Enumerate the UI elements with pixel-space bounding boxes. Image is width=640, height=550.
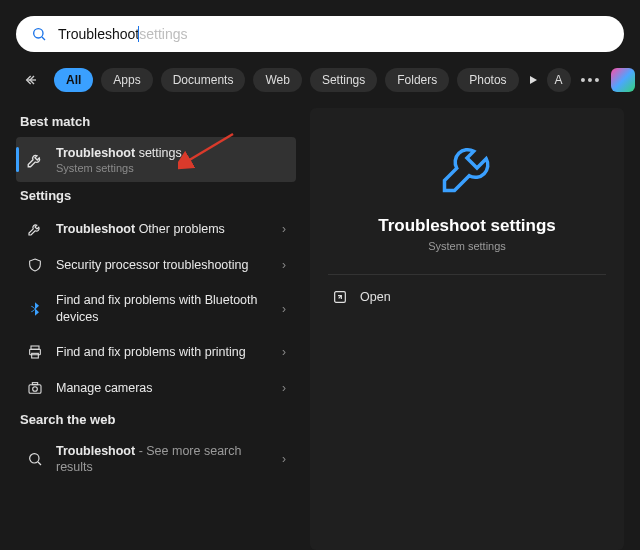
open-action[interactable]: Open xyxy=(328,275,606,319)
search-suggestion-tail: settings xyxy=(139,26,187,42)
chevron-right-icon: › xyxy=(282,302,286,316)
filter-row: All Apps Documents Web Settings Folders … xyxy=(16,66,624,108)
result-title: Manage cameras xyxy=(56,380,270,396)
printer-icon xyxy=(26,343,44,361)
settings-result[interactable]: Troubleshoot Other problems › xyxy=(16,211,296,247)
wrench-icon xyxy=(26,220,44,238)
open-label: Open xyxy=(360,290,391,304)
section-title-web: Search the web xyxy=(20,412,296,427)
shield-icon xyxy=(26,256,44,274)
section-title-best-match: Best match xyxy=(20,114,296,129)
copilot-icon[interactable] xyxy=(611,68,635,92)
bluetooth-icon xyxy=(26,300,44,318)
chevron-right-icon: › xyxy=(282,452,286,466)
result-title: Find and fix problems with Bluetooth dev… xyxy=(56,292,270,325)
filter-pill-apps[interactable]: Apps xyxy=(101,68,152,92)
wrench-icon xyxy=(26,151,44,169)
svg-point-9 xyxy=(33,386,38,391)
svg-rect-10 xyxy=(32,382,37,384)
chevron-right-icon: › xyxy=(282,258,286,272)
chevron-right-icon: › xyxy=(282,222,286,236)
svg-point-0 xyxy=(34,29,43,38)
panel-subtitle: System settings xyxy=(428,240,506,252)
search-icon xyxy=(26,450,44,468)
section-title-settings: Settings xyxy=(20,188,296,203)
back-button[interactable] xyxy=(18,66,46,94)
panel-title: Troubleshoot settings xyxy=(378,216,556,236)
wrench-icon xyxy=(437,138,497,198)
settings-result[interactable]: Security processor troubleshooting › xyxy=(16,247,296,283)
svg-line-1 xyxy=(42,37,45,40)
user-avatar[interactable]: A xyxy=(547,68,571,92)
svg-rect-8 xyxy=(29,384,41,393)
filter-pill-web[interactable]: Web xyxy=(253,68,301,92)
result-title: Troubleshoot - See more search results xyxy=(56,443,270,476)
filter-pill-all[interactable]: All xyxy=(54,68,93,92)
settings-result[interactable]: Find and fix problems with Bluetooth dev… xyxy=(16,283,296,334)
best-match-title: Troubleshoot settings xyxy=(56,145,286,161)
chevron-right-icon: › xyxy=(282,345,286,359)
search-input[interactable]: Troubleshoot settings xyxy=(58,24,610,44)
results-column: Best match Troubleshoot settings System … xyxy=(16,108,296,550)
settings-result[interactable]: Find and fix problems with printing › xyxy=(16,334,296,370)
search-typed-text: Troubleshoot xyxy=(58,26,139,42)
svg-rect-7 xyxy=(32,353,39,358)
more-filters-button[interactable] xyxy=(527,67,539,93)
result-title: Troubleshoot Other problems xyxy=(56,221,270,237)
svg-marker-4 xyxy=(530,76,537,84)
result-title: Security processor troubleshooting xyxy=(56,257,270,273)
svg-line-12 xyxy=(38,462,41,465)
preview-panel: Troubleshoot settings System settings Op… xyxy=(310,108,624,550)
filter-pill-folders[interactable]: Folders xyxy=(385,68,449,92)
filter-pill-settings[interactable]: Settings xyxy=(310,68,377,92)
filter-pill-photos[interactable]: Photos xyxy=(457,68,518,92)
result-title: Find and fix problems with printing xyxy=(56,344,270,360)
open-icon xyxy=(332,289,348,305)
camera-icon xyxy=(26,379,44,397)
svg-point-11 xyxy=(30,454,39,463)
filter-pill-documents[interactable]: Documents xyxy=(161,68,246,92)
settings-result[interactable]: Manage cameras › xyxy=(16,370,296,406)
best-match-subtitle: System settings xyxy=(56,162,286,174)
chevron-right-icon: › xyxy=(282,381,286,395)
best-match-result[interactable]: Troubleshoot settings System settings xyxy=(16,137,296,182)
search-icon xyxy=(30,25,48,43)
more-options-button[interactable]: ••• xyxy=(581,72,602,88)
web-result[interactable]: Troubleshoot - See more search results › xyxy=(16,435,296,484)
search-bar[interactable]: Troubleshoot settings xyxy=(16,16,624,52)
